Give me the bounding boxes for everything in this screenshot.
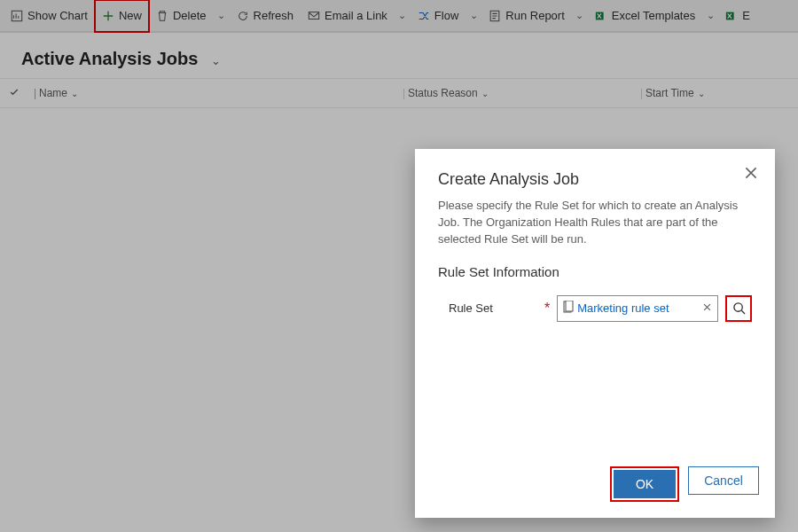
chevron-down-icon[interactable]: ⌄ — [211, 54, 221, 67]
svg-point-7 — [733, 303, 741, 311]
lookup-search-button[interactable] — [725, 295, 752, 322]
new-label: New — [119, 9, 142, 22]
delete-button[interactable]: Delete — [149, 0, 214, 32]
grid-header: | Name⌄ | Status Reason⌄ | Start Time⌄ — [0, 78, 798, 108]
new-button[interactable]: New — [95, 0, 149, 32]
clear-icon[interactable] — [700, 301, 714, 315]
flow-icon — [418, 10, 430, 22]
show-chart-button[interactable]: Show Chart — [4, 0, 95, 32]
excel-icon — [725, 10, 738, 22]
rule-set-value: Marketing rule set — [577, 301, 696, 315]
rule-set-lookup-input[interactable]: Marketing rule set — [557, 295, 718, 322]
delete-label: Delete — [173, 9, 207, 22]
ok-button-highlight: OK — [610, 466, 679, 502]
column-start-time[interactable]: Start Time⌄ — [645, 87, 798, 99]
refresh-icon — [237, 10, 249, 22]
required-indicator: * — [544, 301, 550, 317]
email-link-button[interactable]: Email a Link — [301, 0, 395, 32]
create-analysis-job-dialog: Create Analysis Job Please specify the R… — [415, 149, 775, 518]
svg-rect-1 — [309, 12, 318, 19]
rule-set-label: Rule Set — [438, 301, 536, 315]
column-status-label: Status Reason — [408, 87, 478, 99]
plus-icon — [102, 10, 114, 22]
flow-button[interactable]: Flow — [411, 0, 466, 32]
mail-icon — [308, 10, 320, 22]
rule-set-field-row: Rule Set * Marketing rule set — [438, 295, 752, 322]
excel-templates-button[interactable]: Excel Templates — [588, 0, 702, 32]
refresh-button[interactable]: Refresh — [230, 0, 301, 32]
chart-icon — [11, 10, 23, 22]
dialog-footer: OK Cancel — [415, 466, 775, 518]
dialog-description: Please specify the Rule Set for which to… — [438, 198, 752, 248]
column-name-label: Name — [39, 87, 67, 99]
excel-templates-label: Excel Templates — [612, 9, 695, 22]
close-icon[interactable] — [743, 165, 759, 181]
ok-button[interactable]: OK — [614, 470, 676, 498]
email-link-label: Email a Link — [325, 9, 387, 22]
chevron-down-icon[interactable]: ⌄ — [214, 10, 230, 21]
dialog-title: Create Analysis Job — [438, 170, 752, 189]
chevron-down-icon[interactable]: ⌄ — [466, 10, 481, 21]
excel-icon — [595, 10, 607, 22]
select-all-checkbox[interactable] — [9, 87, 34, 100]
view-header: Active Analysis Jobs ⌄ — [0, 33, 798, 78]
page-title: Active Analysis Jobs — [21, 49, 198, 68]
show-chart-label: Show Chart — [27, 9, 88, 22]
chevron-down-icon[interactable]: ⌄ — [572, 10, 588, 21]
record-icon — [563, 301, 574, 316]
svg-rect-6 — [566, 301, 573, 311]
trash-icon — [156, 10, 168, 22]
column-name[interactable]: Name⌄ — [39, 87, 403, 99]
excel-export-label: E — [742, 9, 750, 22]
run-report-label: Run Report — [505, 9, 564, 22]
chevron-down-icon[interactable]: ⌄ — [702, 10, 718, 21]
flow-label: Flow — [434, 9, 458, 22]
excel-export-button[interactable]: E — [718, 0, 750, 32]
cancel-button[interactable]: Cancel — [688, 466, 759, 495]
command-bar: Show Chart New Delete ⌄ Refresh Email a … — [0, 0, 798, 32]
report-icon — [489, 10, 501, 22]
column-status-reason[interactable]: Status Reason⌄ — [408, 87, 640, 99]
run-report-button[interactable]: Run Report — [481, 0, 571, 32]
refresh-label: Refresh — [254, 9, 294, 22]
chevron-down-icon[interactable]: ⌄ — [395, 10, 411, 21]
dialog-section-title: Rule Set Information — [438, 264, 752, 279]
column-start-label: Start Time — [645, 87, 694, 99]
